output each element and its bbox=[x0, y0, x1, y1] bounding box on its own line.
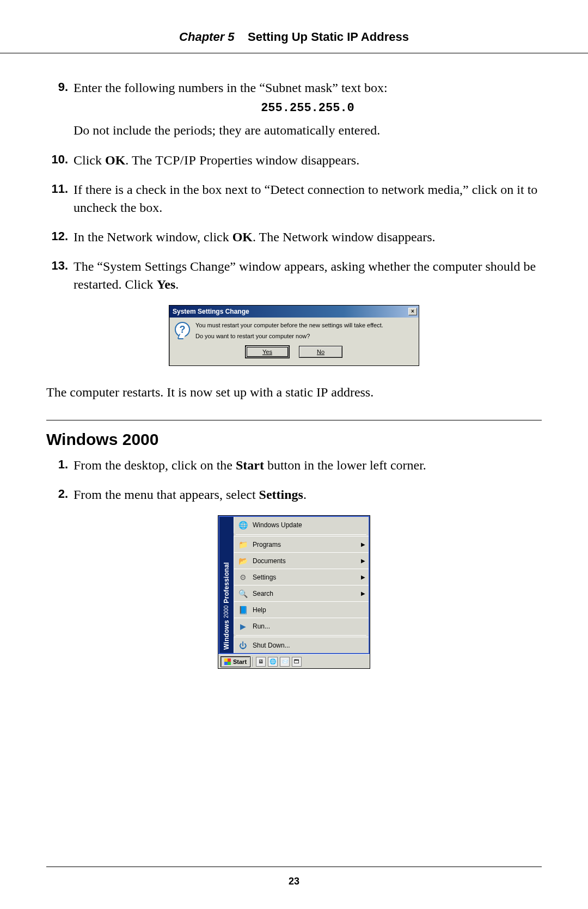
chapter-title: Setting Up Static IP Address bbox=[248, 30, 409, 44]
startmenu-screenshot: Windows 2000 Professional 🌐Windows Updat… bbox=[46, 515, 542, 669]
folder-icon: 📁 bbox=[237, 539, 248, 550]
step-number: 13 bbox=[46, 258, 68, 274]
docs-icon: 📂 bbox=[237, 556, 248, 566]
submenu-arrow-icon: ▶ bbox=[361, 541, 365, 547]
taskbar-icon[interactable]: 🌐 bbox=[268, 657, 278, 667]
step-10: 10 Click OK. The TCP/IP Properties windo… bbox=[71, 151, 542, 169]
close-icon[interactable]: × bbox=[408, 308, 417, 315]
ok-label: OK bbox=[105, 153, 125, 167]
run-icon: ▶ bbox=[237, 621, 248, 632]
start-menu-item-settings[interactable]: ⚙Settings▶ bbox=[234, 569, 369, 585]
taskbar-icon[interactable]: 🗔 bbox=[292, 657, 302, 667]
menu-item-label: Run... bbox=[253, 623, 270, 630]
settings-label: Settings bbox=[259, 487, 303, 502]
start-menu-item-programs[interactable]: 📁Programs▶ bbox=[234, 536, 369, 552]
menu-item-label: Programs bbox=[253, 541, 281, 548]
dialog-title: System Settings Change bbox=[173, 308, 249, 315]
help-icon: 📘 bbox=[237, 605, 248, 615]
taskbar-icon[interactable]: 🖥 bbox=[256, 657, 266, 667]
running-header: Chapter 5 Setting Up Static IP Address bbox=[46, 30, 542, 44]
instruction-list: 9 Enter the following numbers in the “Su… bbox=[46, 79, 542, 293]
section-divider bbox=[46, 420, 542, 420]
step-number: 10 bbox=[46, 151, 68, 168]
tcpip-label: TCP/IP bbox=[155, 153, 196, 167]
start-menu-item-run[interactable]: ▶Run... bbox=[234, 618, 369, 634]
start-button[interactable]: Start bbox=[220, 656, 250, 667]
menu-item-label: Windows Update bbox=[253, 521, 302, 529]
step-number: 1 bbox=[46, 456, 68, 473]
dialog-message-1: You must restart your computer before th… bbox=[195, 322, 383, 328]
dialog-screenshot: System Settings Change × ? You must rest… bbox=[46, 305, 542, 366]
yes-label: Yes bbox=[157, 277, 176, 291]
no-button[interactable]: No bbox=[299, 346, 342, 358]
dialog-message-2: Do you want to restart your computer now… bbox=[195, 333, 383, 339]
menu-item-label: Help bbox=[253, 606, 266, 614]
step-number: 2 bbox=[46, 486, 68, 502]
menu-item-label: Search bbox=[253, 590, 273, 597]
step-12: 12 In the Network window, click OK. The … bbox=[71, 228, 542, 246]
start-button-label: Start bbox=[233, 658, 247, 665]
dialog-titlebar: System Settings Change × bbox=[169, 306, 419, 318]
step-number: 9 bbox=[46, 79, 68, 95]
question-icon: ? bbox=[175, 322, 190, 337]
step-text: If there is a check in the box next to “… bbox=[74, 182, 537, 214]
ip-label: IP bbox=[316, 385, 328, 399]
submenu-arrow-icon: ▶ bbox=[361, 574, 365, 580]
shut-icon: ⏻ bbox=[237, 640, 248, 651]
gear-icon: ⚙ bbox=[237, 572, 248, 583]
start-menu-brand-bar: Windows 2000 Professional bbox=[219, 517, 234, 653]
section-heading: Windows 2000 bbox=[46, 430, 542, 449]
footer-rule bbox=[46, 867, 542, 867]
menu-item-label: Documents bbox=[253, 557, 286, 565]
submenu-arrow-icon: ▶ bbox=[361, 558, 365, 564]
step-number: 11 bbox=[46, 181, 68, 197]
step-9: 9 Enter the following numbers in the “Su… bbox=[71, 79, 542, 139]
submenu-arrow-icon: ▶ bbox=[361, 590, 365, 596]
system-settings-change-dialog: System Settings Change × ? You must rest… bbox=[169, 305, 419, 366]
instruction-list-b: 1 From the desktop, click on the Start b… bbox=[46, 456, 542, 504]
taskbar-divider bbox=[253, 657, 254, 667]
yes-button[interactable]: Yes bbox=[246, 346, 289, 358]
taskbar: Start 🖥 🌐 📨 🗔 bbox=[218, 654, 370, 668]
footer: 23 bbox=[46, 867, 542, 887]
step-b1: 1 From the desktop, click on the Start b… bbox=[71, 456, 542, 474]
start-label: Start bbox=[236, 458, 264, 472]
start-menu-item-documents[interactable]: 📂Documents▶ bbox=[234, 552, 369, 569]
start-menu-item-search[interactable]: 🔍Search▶ bbox=[234, 585, 369, 601]
ok-label: OK bbox=[232, 230, 253, 244]
step-b2: 2 From the menu that appears, select Set… bbox=[71, 486, 542, 503]
page-number: 23 bbox=[46, 876, 542, 887]
menu-separator bbox=[236, 635, 366, 636]
step-note: Do not include the periods; they are aut… bbox=[74, 121, 542, 139]
start-menu-item-windows-update[interactable]: 🌐Windows Update bbox=[234, 517, 369, 533]
menu-separator bbox=[236, 534, 366, 535]
step-text: Enter the following numbers in the “Subn… bbox=[74, 81, 388, 95]
menu-item-label: Shut Down... bbox=[253, 642, 290, 649]
windows-flag-icon bbox=[224, 658, 231, 665]
header-rule bbox=[0, 53, 588, 58]
chapter-label: Chapter 5 bbox=[179, 30, 234, 44]
summary-paragraph: The computer restarts. It is now set up … bbox=[46, 383, 542, 401]
start-menu-item-shut-down[interactable]: ⏻Shut Down... bbox=[234, 637, 369, 653]
start-menu-item-help[interactable]: 📘Help bbox=[234, 601, 369, 618]
subnet-mask-value: 255.255.255.0 bbox=[74, 100, 542, 117]
step-11: 11 If there is a check in the box next t… bbox=[71, 181, 542, 216]
globe-icon: 🌐 bbox=[237, 520, 248, 530]
start-menu: Windows 2000 Professional 🌐Windows Updat… bbox=[218, 515, 370, 669]
step-number: 12 bbox=[46, 228, 68, 245]
step-13: 13 The “System Settings Change” window a… bbox=[71, 258, 542, 293]
taskbar-icon[interactable]: 📨 bbox=[280, 657, 290, 667]
search-icon: 🔍 bbox=[237, 588, 248, 599]
menu-item-label: Settings bbox=[253, 574, 276, 581]
